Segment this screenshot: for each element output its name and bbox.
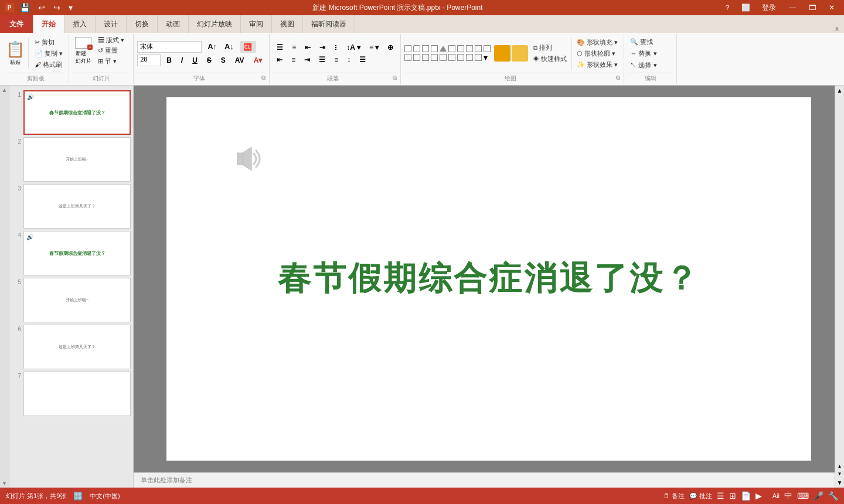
shape-hexagon[interactable] xyxy=(466,54,473,61)
tab-foxit[interactable]: 福昕阅读器 xyxy=(303,15,355,33)
tab-animation[interactable]: 动画 xyxy=(158,15,189,33)
indent-right-btn[interactable]: ⇥ xyxy=(316,42,329,53)
shape-more[interactable] xyxy=(422,45,429,52)
shape-pentagon[interactable] xyxy=(457,54,464,61)
clear-format-btn[interactable]: 🆑 xyxy=(240,41,256,53)
shape-oval[interactable] xyxy=(431,45,438,52)
ribbon-collapse-btn[interactable]: ⬜ xyxy=(738,2,754,13)
shape-arrow[interactable] xyxy=(448,45,455,52)
tab-review[interactable]: 审阅 xyxy=(241,15,272,33)
quick-styles-btn[interactable]: ◈ 快速样式 xyxy=(530,54,569,64)
bullets-btn[interactable]: ☰ xyxy=(273,42,287,53)
keyboard-icon[interactable]: ⌨ xyxy=(797,491,809,500)
shape-chevron[interactable] xyxy=(448,54,455,61)
underline-btn[interactable]: U xyxy=(189,55,201,66)
slide-thumb-3[interactable]: 这是上班第几天了？ xyxy=(23,184,131,229)
align-left-btn[interactable]: ⇤ xyxy=(273,55,286,65)
canvas-sound-icon[interactable] xyxy=(237,144,266,179)
layout-btn[interactable]: ☰ 版式 ▾ xyxy=(96,35,127,45)
help-btn[interactable]: ？ xyxy=(720,2,734,14)
sogou-icon[interactable]: 中 xyxy=(784,491,792,501)
align-more-btn[interactable]: ≡ xyxy=(331,55,342,65)
tab-insert[interactable]: 插入 xyxy=(64,15,96,33)
slide-thumb-7[interactable] xyxy=(23,372,131,416)
slide-thumb-5[interactable]: 开始上班啦~ xyxy=(23,278,131,322)
font-family-input[interactable]: 宋体 xyxy=(137,41,202,53)
tab-slideshow[interactable]: 幻灯片放映 xyxy=(189,15,241,33)
font-size-input[interactable]: 28 xyxy=(137,55,161,66)
slide-main-title[interactable]: 春节假期综合症消退了没？ xyxy=(278,257,700,301)
language-indicator[interactable]: 中文(中国) xyxy=(90,492,120,500)
slide-thumb-4[interactable]: 🔊 春节假期综合症消退了没？ xyxy=(23,231,131,275)
close-btn[interactable]: ✕ xyxy=(824,2,839,13)
shape-outline-btn[interactable]: ⬡ 形状轮廓 ▾ xyxy=(574,49,620,59)
slide-sorter-btn[interactable]: ⊞ xyxy=(729,491,736,500)
slide-canvas[interactable]: 春节假期综合症消退了没？ xyxy=(166,97,811,461)
shape-rect[interactable] xyxy=(404,45,411,52)
reset-btn[interactable]: ↺ 重置 xyxy=(96,46,127,56)
scroll-up-btn[interactable]: ▲ xyxy=(1,86,9,94)
shape-star[interactable] xyxy=(466,45,473,52)
maximize-btn[interactable]: 🗖 xyxy=(804,2,821,13)
align-right-btn[interactable]: ⇥ xyxy=(301,55,314,65)
tab-design[interactable]: 设计 xyxy=(96,15,127,33)
align-text-btn[interactable]: ≡ ▾ xyxy=(366,42,382,53)
font-color-btn[interactable]: A▾ xyxy=(250,55,266,66)
shadow-btn[interactable]: S xyxy=(217,55,229,66)
shape-rounded-rect[interactable] xyxy=(413,45,420,52)
replace-btn[interactable]: ↔ 替换 ▾ xyxy=(628,49,673,59)
comments-btn[interactable]: 💬 批注 xyxy=(689,492,712,500)
shape-fill-btn[interactable]: 🎨 形状填充 ▾ xyxy=(574,38,620,47)
slide-item-6[interactable]: 6 这是上班第几天了？ xyxy=(12,325,131,369)
reading-view-btn[interactable]: 📄 xyxy=(741,491,751,500)
quick-style-1[interactable] xyxy=(494,45,511,62)
align-center-btn[interactable]: ≡ xyxy=(288,55,299,65)
tab-view[interactable]: 视图 xyxy=(272,15,303,33)
cut-btn[interactable]: ✂ 剪切 xyxy=(32,38,65,47)
slide-item-2[interactable]: 2 开始上班啦~ xyxy=(12,137,131,182)
ribbon-expand-btn[interactable]: ∧ xyxy=(835,25,844,33)
spell-check-icon[interactable]: 🔡 xyxy=(73,492,83,500)
indent-left-btn[interactable]: ⇤ xyxy=(301,42,314,53)
shape-line[interactable] xyxy=(404,54,411,61)
slide-thumb-2[interactable]: 开始上班啦~ xyxy=(23,137,131,182)
quick-style-2[interactable] xyxy=(512,45,528,62)
smartart-btn[interactable]: ⊕ xyxy=(384,42,397,53)
normal-view-btn[interactable]: ☰ xyxy=(717,491,724,500)
slide-item-1[interactable]: 1 🔊 春节假期综合症消退了没？ xyxy=(12,90,131,135)
right-scroll-small-down[interactable]: ▼ xyxy=(836,470,843,478)
right-scroll-small-up[interactable]: ▲ xyxy=(836,462,843,470)
numbering-btn[interactable]: ≡ xyxy=(288,42,300,53)
minimize-btn[interactable]: — xyxy=(784,2,801,13)
paste-btn[interactable]: 📋 粘贴 xyxy=(6,38,29,69)
shape-brace[interactable] xyxy=(431,54,438,61)
font-dialog-btn[interactable]: ⧉ xyxy=(261,74,266,81)
customize-btn[interactable]: ▾ xyxy=(66,2,75,13)
line-spacing-btn[interactable]: ↕ xyxy=(343,55,354,65)
para-more-btn[interactable]: ☰ xyxy=(356,55,369,65)
redo-btn[interactable]: ↪ xyxy=(51,2,63,13)
format-painter-btn[interactable]: 🖌 格式刷 xyxy=(32,60,65,70)
tab-transition[interactable]: 切换 xyxy=(127,15,158,33)
notes-btn[interactable]: 🗒 备注 xyxy=(663,492,685,500)
slide-item-3[interactable]: 3 这是上班第几天了？ xyxy=(12,184,131,229)
slide-thumb-1[interactable]: 🔊 春节假期综合症消退了没？ xyxy=(23,90,131,135)
char-spacing-btn[interactable]: AV xyxy=(232,55,248,66)
drawing-dialog-btn[interactable]: ⧉ xyxy=(616,74,620,81)
shape-bracket[interactable] xyxy=(440,54,447,61)
shape-callout[interactable] xyxy=(457,45,464,52)
increase-font-btn[interactable]: A↑ xyxy=(204,41,220,52)
slide-item-7[interactable]: 7 xyxy=(12,372,131,416)
right-scroll-up[interactable]: ▲ xyxy=(835,86,844,96)
col-btn[interactable]: ⫶ xyxy=(331,42,341,53)
slide-item-4[interactable]: 4 🔊 春节假期综合症消退了没？ xyxy=(12,231,131,275)
section-btn[interactable]: ⊞ 节 ▾ xyxy=(96,56,127,66)
mic-icon[interactable]: 🎤 xyxy=(814,491,823,500)
bold-btn[interactable]: B xyxy=(163,55,175,66)
shape-triangle[interactable] xyxy=(440,46,447,52)
shape-curve[interactable] xyxy=(422,54,429,61)
new-slide-btn[interactable]: + 新建幻灯片 xyxy=(73,36,94,66)
save-quick-btn[interactable]: 💾 xyxy=(18,2,32,13)
copy-btn[interactable]: 📄 复制 ▾ xyxy=(32,49,65,59)
strikethrough-btn[interactable]: S xyxy=(203,55,215,66)
